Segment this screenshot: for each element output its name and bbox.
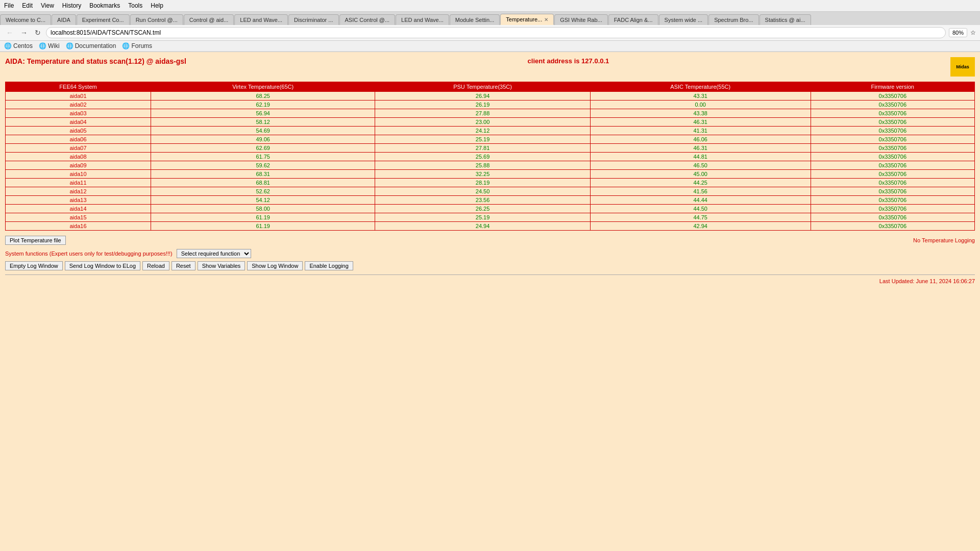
bookmark-forums[interactable]: 🌐 Forums [122,42,152,49]
reload-button[interactable]: Reload [142,261,169,270]
bookmark-centos[interactable]: 🌐 Centos [4,42,33,49]
system-name-cell: aida04 [6,118,151,127]
value-cell: 23.00 [375,118,591,127]
value-cell: 0x3350706 [811,144,974,153]
value-cell: 0x3350706 [811,170,974,179]
menu-bookmarks[interactable]: Bookmarks [89,2,120,9]
menu-help[interactable]: Help [151,2,163,9]
tab-welcome[interactable]: Welcome to C... [0,14,51,25]
tab-statistics[interactable]: Statistics @ ai... [760,14,811,25]
tab-led-wave2[interactable]: LED and Wave... [396,14,449,25]
col-header-virtex: Virtex Temperature(65C) [151,82,375,92]
value-cell: 0x3350706 [811,222,974,231]
tab-gsi-white[interactable]: GSI White Rab... [554,14,608,25]
table-row: aida1354.1223.5644.440x3350706 [6,196,975,205]
menu-edit[interactable]: Edit [22,2,33,9]
tab-system-wide[interactable]: System wide ... [659,14,708,25]
tab-run-control[interactable]: Run Control @... [130,14,183,25]
show-variables-button[interactable]: Show Variables [198,261,246,270]
tab-experiment[interactable]: Experiment Co... [77,14,130,25]
tab-control[interactable]: Control @ aid... [184,14,234,25]
back-button[interactable]: ← [4,28,15,38]
value-cell: 41.56 [590,187,811,196]
table-row: aida1661.1924.9442.940x3350706 [6,222,975,231]
value-cell: 0x3350706 [811,109,974,118]
value-cell: 26.19 [375,101,591,109]
tab-aida[interactable]: AIDA [52,14,76,25]
forward-button[interactable]: → [18,28,30,38]
menu-bar: File Edit View History Bookmarks Tools H… [0,0,980,12]
value-cell: 0x3350706 [811,92,974,101]
menu-view[interactable]: View [41,2,54,9]
system-functions-select[interactable]: Select required function [177,249,251,258]
star-icon[interactable]: ☆ [970,29,976,36]
bookmark-wiki[interactable]: 🌐 Wiki [39,42,60,49]
value-cell: 24.94 [375,222,591,231]
value-cell: 41.31 [590,127,811,135]
value-cell: 28.19 [375,179,591,187]
address-input[interactable] [46,27,946,38]
menu-file[interactable]: File [4,2,14,9]
value-cell: 0x3350706 [811,213,974,222]
system-name-cell: aida01 [6,92,151,101]
value-cell: 0x3350706 [811,118,974,127]
temperature-table: FEE64 System Virtex Temperature(65C) PSU… [5,82,975,231]
tab-temperature[interactable]: Temperature...✕ [500,14,554,25]
tab-close-icon[interactable]: ✕ [544,17,548,22]
tab-fadc-align[interactable]: FADC Align &... [608,14,658,25]
page-content: AIDA: Temperature and status scan(1.12) … [0,52,980,358]
plot-temperature-button[interactable]: Plot Temperature file [5,236,66,245]
value-cell: 25.19 [375,135,591,144]
tab-module-settings[interactable]: Module Settin... [450,14,500,25]
value-cell: 61.75 [151,153,375,161]
table-row: aida0861.7525.6944.810x3350706 [6,153,975,161]
value-cell: 0x3350706 [811,101,974,109]
value-cell: 68.25 [151,92,375,101]
table-row: aida0959.6225.8846.500x3350706 [6,161,975,170]
menu-tools[interactable]: Tools [128,2,142,9]
show-log-window-button[interactable]: Show Log Window [247,261,303,270]
value-cell: 0x3350706 [811,187,974,196]
value-cell: 56.94 [151,109,375,118]
reload-nav-button[interactable]: ↻ [33,28,43,38]
value-cell: 59.62 [151,161,375,170]
table-row: aida1252.6224.5041.560x3350706 [6,187,975,196]
value-cell: 24.50 [375,187,591,196]
value-cell: 0x3350706 [811,153,974,161]
tab-spectrum[interactable]: Spectrum Bro... [708,14,758,25]
zoom-button[interactable]: 80% [949,28,967,37]
send-log-button[interactable]: Send Log Window to ELog [65,261,140,270]
tab-led-wave1[interactable]: LED and Wave... [234,14,288,25]
value-cell: 46.31 [590,144,811,153]
system-name-cell: aida13 [6,196,151,205]
midas-logo: Midas [950,57,975,77]
system-functions-label: System functions (Expert users only for … [5,251,173,257]
enable-logging-button[interactable]: Enable Logging [305,261,353,270]
system-name-cell: aida11 [6,179,151,187]
value-cell: 62.69 [151,144,375,153]
tab-asic-control[interactable]: ASIC Control @... [339,14,396,25]
value-cell: 43.31 [590,92,811,101]
menu-history[interactable]: History [62,2,81,9]
reset-button[interactable]: Reset [172,261,195,270]
tab-bar: Welcome to C... AIDA Experiment Co... Ru… [0,12,980,25]
page-title: AIDA: Temperature and status scan(1.12) … [5,57,186,65]
table-row: aida0554.6924.1241.310x3350706 [6,127,975,135]
table-row: aida1068.3132.2545.000x3350706 [6,170,975,179]
value-cell: 46.06 [590,135,811,144]
table-row: aida1561.1925.1944.750x3350706 [6,213,975,222]
value-cell: 0x3350706 [811,196,974,205]
table-row: aida0356.9427.8843.380x3350706 [6,109,975,118]
col-header-fee64: FEE64 System [6,82,151,92]
value-cell: 61.19 [151,222,375,231]
bookmark-docs[interactable]: 🌐 Documentation [66,42,116,49]
value-cell: 0x3350706 [811,127,974,135]
system-functions-row: System functions (Expert users only for … [5,249,975,258]
page-header: AIDA: Temperature and status scan(1.12) … [5,57,975,77]
tab-discriminator[interactable]: Discriminator ... [288,14,338,25]
empty-log-button[interactable]: Empty Log Window [5,261,63,270]
value-cell: 52.62 [151,187,375,196]
system-name-cell: aida07 [6,144,151,153]
value-cell: 68.81 [151,179,375,187]
value-cell: 62.19 [151,101,375,109]
